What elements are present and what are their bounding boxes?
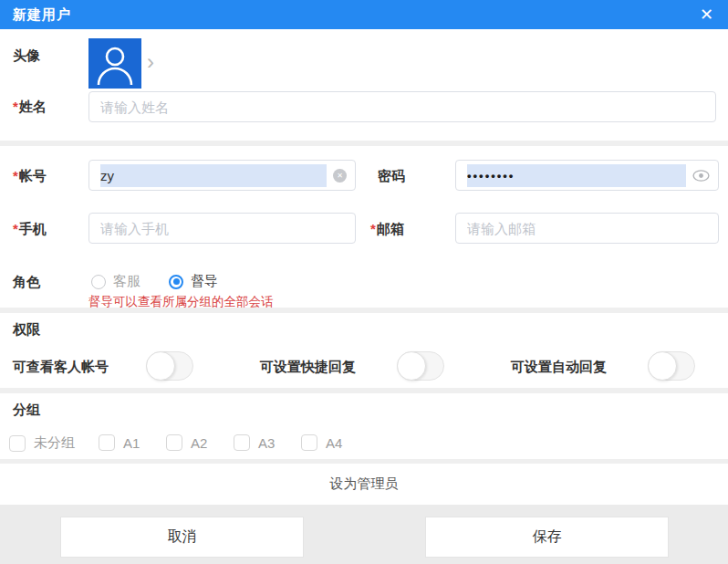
avatar-label-text: 头像 [13,47,40,63]
account-label-text: 帐号 [19,168,47,183]
account-label: *帐号 [13,168,47,185]
avatar-upload[interactable] [88,38,141,89]
perm-auto-reply-label: 可设置自动回复 [511,359,607,376]
checkbox-label: A1 [123,435,140,451]
required-asterisk: * [13,221,18,236]
account-input[interactable]: zy ✕ [88,160,356,191]
radio-icon[interactable] [91,275,106,289]
password-selection: •••••••• [467,164,686,187]
phone-input[interactable] [88,213,356,244]
radio-supervisor[interactable]: 督导 [169,273,218,290]
phone-label-text: 手机 [19,221,47,236]
save-button[interactable]: 保存 [425,517,669,558]
password-value: •••••••• [467,169,515,183]
cancel-button[interactable]: 取消 [60,517,304,558]
set-admin-button[interactable]: 设为管理员 [0,464,728,505]
required-asterisk: * [370,221,376,236]
perm-view-guest-label: 可查看客人帐号 [13,359,109,376]
checkbox-a2[interactable]: A2 [166,434,207,451]
checkbox-label: A2 [191,435,207,451]
eye-icon[interactable] [692,170,710,182]
toggle-view-guest-account[interactable] [146,351,193,381]
toggle-knob [648,351,677,381]
required-asterisk: * [13,99,18,114]
checkbox-a1[interactable]: A1 [99,434,140,451]
separator [0,388,728,393]
email-label-text: 邮箱 [377,221,404,236]
name-label-text: 姓名 [19,99,47,114]
dialog-footer: 取消 保存 [0,505,728,564]
email-input[interactable] [455,213,719,244]
close-icon[interactable]: ✕ [700,6,713,23]
name-label: *姓名 [13,99,47,116]
toggle-auto-reply[interactable] [648,351,695,381]
password-label-text: 密码 [378,168,405,183]
chevron-right-icon: › [147,51,154,73]
name-input[interactable] [88,91,716,122]
dialog-header: 新建用户 ✕ [0,0,728,29]
checkbox-icon[interactable] [166,434,182,451]
radio-icon-selected[interactable] [169,275,183,289]
toggle-quick-reply[interactable] [397,351,444,381]
checkbox-label: A3 [258,435,275,451]
toggle-knob [146,351,175,381]
password-input[interactable]: •••••••• [455,160,719,191]
groups-heading: 分组 [13,402,40,419]
account-value: zy [100,168,114,183]
new-user-dialog: 新建用户 ✕ 头像 › *姓名 *帐号 zy ✕ 密码 •••••••• *手机 [0,0,728,564]
checkbox-icon[interactable] [9,435,26,452]
separator [0,141,728,146]
checkbox-ungrouped[interactable]: 未分组 [9,434,75,452]
checkbox-a4[interactable]: A4 [301,434,342,451]
checkbox-label: 未分组 [34,434,75,452]
avatar-label: 头像 [13,47,40,65]
toggle-knob [397,351,426,381]
person-icon [94,43,136,85]
separator [0,308,728,313]
required-asterisk: * [13,168,18,183]
clear-icon[interactable]: ✕ [333,169,347,183]
radio-label: 客服 [113,273,140,290]
dialog-title: 新建用户 [13,6,71,24]
phone-label: *手机 [13,221,47,238]
radio-customer-service[interactable]: 客服 [91,273,140,290]
email-label: *邮箱 [370,221,404,238]
role-label-text: 角色 [13,274,40,289]
account-selection: zy [100,164,327,187]
role-label: 角色 [13,274,40,291]
checkbox-icon[interactable] [301,434,317,451]
perm-quick-reply-label: 可设置快捷回复 [260,359,356,376]
permissions-heading: 权限 [13,321,40,339]
checkbox-a3[interactable]: A3 [234,434,275,451]
checkbox-icon[interactable] [99,434,115,451]
checkbox-icon[interactable] [234,434,250,451]
password-label: 密码 [378,168,405,185]
checkbox-label: A4 [326,435,342,451]
radio-label: 督导 [191,273,218,290]
